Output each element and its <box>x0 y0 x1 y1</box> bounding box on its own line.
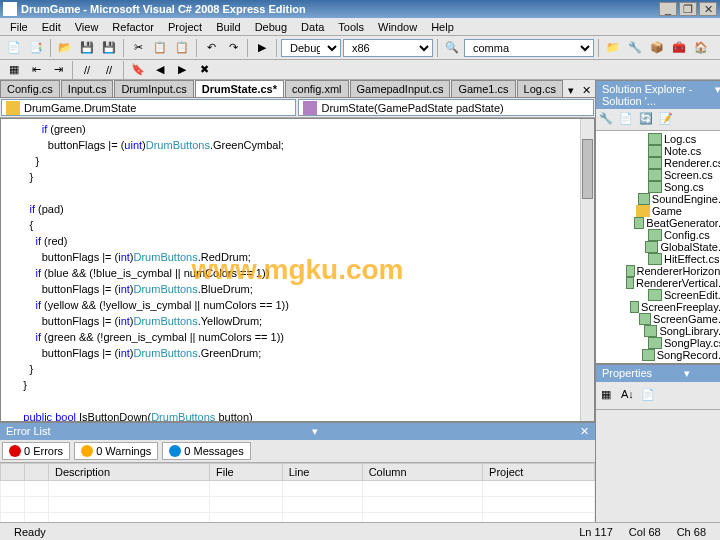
error-col-icon1[interactable] <box>25 464 49 481</box>
menu-build[interactable]: Build <box>210 19 246 35</box>
error-col-line[interactable]: Line <box>282 464 362 481</box>
uncomment-button[interactable]: // <box>99 60 119 80</box>
platform-dropdown[interactable]: x86 <box>343 39 433 57</box>
props-pin-button[interactable]: ▾ <box>684 367 690 380</box>
tree-item-logcs[interactable]: Log.cs <box>598 133 720 145</box>
tab-druminputcs[interactable]: DrumInput.cs <box>114 80 193 97</box>
alphabetical-icon[interactable]: A↓ <box>620 387 638 405</box>
tree-item-screencs[interactable]: Screen.cs <box>598 169 720 181</box>
tab-close-button[interactable]: ✕ <box>578 84 595 97</box>
menu-edit[interactable]: Edit <box>36 19 67 35</box>
open-button[interactable]: 📂 <box>55 38 75 58</box>
increase-indent-button[interactable]: ⇥ <box>48 60 68 80</box>
error-table[interactable]: DescriptionFileLineColumnProject <box>0 463 595 524</box>
new-project-button[interactable]: 📄 <box>4 38 24 58</box>
menu-file[interactable]: File <box>4 19 34 35</box>
properties-icon[interactable]: 🔧 <box>598 111 616 129</box>
tree-item-globalstatecs[interactable]: GlobalState.cs <box>598 241 720 253</box>
menu-tools[interactable]: Tools <box>332 19 370 35</box>
menu-data[interactable]: Data <box>295 19 330 35</box>
menu-help[interactable]: Help <box>425 19 460 35</box>
props-page-icon[interactable]: 📄 <box>640 387 658 405</box>
filter-err[interactable]: 0 Errors <box>2 442 70 460</box>
decrease-indent-button[interactable]: ⇤ <box>26 60 46 80</box>
properties-grid[interactable] <box>596 410 720 540</box>
error-col-file[interactable]: File <box>209 464 282 481</box>
save-button[interactable]: 💾 <box>77 38 97 58</box>
tree-item-game[interactable]: Game <box>598 205 720 217</box>
tree-item-rendererverticalcs[interactable]: RendererVertical.cs <box>598 277 720 289</box>
prev-bookmark-button[interactable]: ◀ <box>150 60 170 80</box>
minimize-button[interactable]: _ <box>659 2 677 16</box>
filter-msg[interactable]: 0 Messages <box>162 442 250 460</box>
properties-button[interactable]: 🔧 <box>625 38 645 58</box>
vertical-scrollbar[interactable] <box>580 119 594 421</box>
tree-item-screeneditcs[interactable]: ScreenEdit.cs <box>598 289 720 301</box>
categorized-icon[interactable]: ▦ <box>600 387 618 405</box>
tree-item-notecs[interactable]: Note.cs <box>598 145 720 157</box>
tab-logcs[interactable]: Log.cs <box>517 80 563 97</box>
tree-item-screengamecs[interactable]: ScreenGame.cs <box>598 313 720 325</box>
tree-item-screenfreeplaycs[interactable]: ScreenFreeplay.cs <box>598 301 720 313</box>
menu-window[interactable]: Window <box>372 19 423 35</box>
panel-close-button[interactable]: ✕ <box>580 425 589 438</box>
panel-pin-button[interactable]: ▾ <box>312 425 318 438</box>
tree-item-songcs[interactable]: Song.cs <box>598 181 720 193</box>
paste-button[interactable]: 📋 <box>172 38 192 58</box>
comment-button[interactable]: // <box>77 60 97 80</box>
tree-item-songplaycs[interactable]: SongPlay.cs <box>598 337 720 349</box>
copy-button[interactable]: 📋 <box>150 38 170 58</box>
tab-dropdown-button[interactable]: ▾ <box>564 84 578 97</box>
tab-drumstatecs[interactable]: DrumState.cs* <box>195 80 284 97</box>
solution-tree[interactable]: Log.csNote.csRenderer.csScreen.csSong.cs… <box>596 131 720 363</box>
solution-pin-button[interactable]: ▾ <box>715 83 720 107</box>
config-dropdown[interactable]: Debug <box>281 39 341 57</box>
toolbox-button[interactable]: 🧰 <box>669 38 689 58</box>
start-page-button[interactable]: 🏠 <box>691 38 711 58</box>
menu-debug[interactable]: Debug <box>249 19 293 35</box>
view-code-icon[interactable]: 📝 <box>658 111 676 129</box>
tab-configcs[interactable]: Config.cs <box>0 80 60 97</box>
bookmark-button[interactable]: 🔖 <box>128 60 148 80</box>
redo-button[interactable]: ↷ <box>223 38 243 58</box>
undo-button[interactable]: ↶ <box>201 38 221 58</box>
code-editor[interactable]: if (green) buttonFlags |= (uint)DrumButt… <box>0 118 595 422</box>
menu-project[interactable]: Project <box>162 19 208 35</box>
show-all-icon[interactable]: 📄 <box>618 111 636 129</box>
add-item-button[interactable]: 📑 <box>26 38 46 58</box>
tree-item-rendererhorizontal[interactable]: RendererHorizontal <box>598 265 720 277</box>
tab-configxml[interactable]: config.xml <box>285 80 349 97</box>
menu-view[interactable]: View <box>69 19 105 35</box>
tree-item-songlibrarycs[interactable]: SongLibrary.cs <box>598 325 720 337</box>
tab-gamepadinputcs[interactable]: GamepadInput.cs <box>350 80 451 97</box>
refresh-icon[interactable]: 🔄 <box>638 111 656 129</box>
solution-explorer-button[interactable]: 📁 <box>603 38 623 58</box>
error-col-description[interactable]: Description <box>49 464 210 481</box>
start-debug-button[interactable]: ▶ <box>252 38 272 58</box>
error-col-project[interactable]: Project <box>483 464 595 481</box>
tree-item-configcs[interactable]: Config.cs <box>598 229 720 241</box>
class-dropdown[interactable]: DrumGame.DrumState <box>1 99 296 116</box>
tree-item-soundenginecs[interactable]: SoundEngine.cs <box>598 193 720 205</box>
tree-item-songrecordcs[interactable]: SongRecord.cs <box>598 349 720 361</box>
tree-item-beatgeneratorcs[interactable]: BeatGenerator.cs <box>598 217 720 229</box>
restore-button[interactable]: ❐ <box>679 2 697 16</box>
close-button[interactable]: ✕ <box>699 2 717 16</box>
save-all-button[interactable]: 💾 <box>99 38 119 58</box>
scrollbar-thumb[interactable] <box>582 139 593 199</box>
clear-bookmarks-button[interactable]: ✖ <box>194 60 214 80</box>
next-bookmark-button[interactable]: ▶ <box>172 60 192 80</box>
find-dropdown[interactable]: comma <box>464 39 594 57</box>
filter-warn[interactable]: 0 Warnings <box>74 442 158 460</box>
cut-button[interactable]: ✂ <box>128 38 148 58</box>
menu-refactor[interactable]: Refactor <box>106 19 160 35</box>
member-dropdown[interactable]: DrumState(GamePadState padState) <box>298 99 593 116</box>
object-browser-button[interactable]: 📦 <box>647 38 667 58</box>
tab-inputcs[interactable]: Input.cs <box>61 80 114 97</box>
display-object-button[interactable]: ▦ <box>4 60 24 80</box>
tree-item-hiteffectcs[interactable]: HitEffect.cs <box>598 253 720 265</box>
error-col-icon0[interactable] <box>1 464 25 481</box>
error-col-column[interactable]: Column <box>362 464 482 481</box>
find-in-files-icon[interactable]: 🔍 <box>442 38 462 58</box>
tab-game1cs[interactable]: Game1.cs <box>451 80 515 97</box>
